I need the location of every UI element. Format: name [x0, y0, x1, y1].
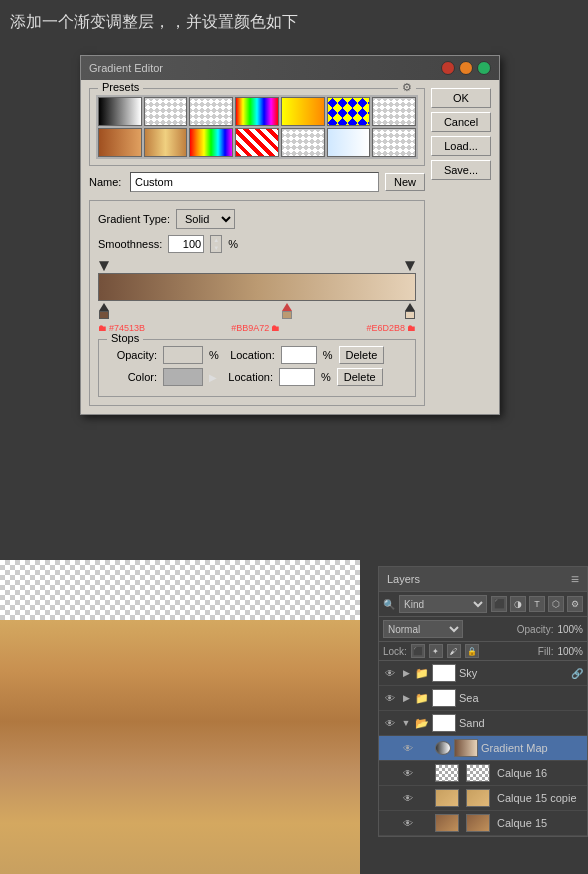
- layer-item-sand[interactable]: 👁 ▼ 📂 Sand: [379, 711, 587, 736]
- layer-thumb-sky: [432, 664, 456, 682]
- gradient-bar[interactable]: [98, 273, 416, 301]
- preset-swatch[interactable]: [281, 128, 325, 157]
- color-location-input[interactable]: [279, 368, 315, 386]
- name-row: Name: New: [89, 172, 425, 192]
- layers-menu-icon[interactable]: ≡: [571, 571, 579, 587]
- spin-up-icon[interactable]: ▲: [211, 236, 221, 244]
- fill-label: Fill:: [538, 646, 554, 657]
- layer-item-calque15c[interactable]: 👁 Calque 15 copie: [379, 786, 587, 811]
- opacity-stop-right[interactable]: [405, 261, 415, 271]
- eye-icon-sea[interactable]: 👁: [383, 691, 397, 705]
- maximize-btn[interactable]: [477, 61, 491, 75]
- opacity-stops-row: Opacity: % Location: % Delete: [107, 346, 407, 364]
- stop-label-3[interactable]: #E6D2B8 🖿: [366, 323, 416, 333]
- preset-swatch[interactable]: [281, 97, 325, 126]
- preset-swatch[interactable]: [327, 128, 371, 157]
- preset-swatch[interactable]: [98, 97, 142, 126]
- expand-icon-sea[interactable]: ▶: [400, 692, 412, 704]
- color-stop-mid[interactable]: [282, 303, 292, 311]
- minimize-btn[interactable]: [459, 61, 473, 75]
- dialog-left: Presets ⚙: [89, 88, 425, 406]
- filter-type-icon[interactable]: T: [529, 596, 545, 612]
- color-stops-row: Color: ▶ Location: % Delete: [107, 368, 407, 386]
- opacity-value[interactable]: 100%: [557, 624, 583, 635]
- preset-swatch[interactable]: [372, 97, 416, 126]
- presets-gear-icon[interactable]: ⚙: [398, 81, 416, 94]
- color-location-unit: %: [321, 371, 331, 383]
- layer-item-sky[interactable]: 👁 ▶ 📁 Sky 🔗: [379, 661, 587, 686]
- blend-mode-select[interactable]: Normal: [383, 620, 463, 638]
- color-stop-right[interactable]: [405, 303, 415, 311]
- layer-item-calque15[interactable]: 👁 Calque 15: [379, 811, 587, 836]
- preset-swatch[interactable]: [372, 128, 416, 157]
- filter-pixel-icon[interactable]: ⬛: [491, 596, 507, 612]
- opacity-delete-button[interactable]: Delete: [339, 346, 385, 364]
- eye-icon-calque15[interactable]: 👁: [401, 816, 415, 830]
- filter-shape-icon[interactable]: ⬡: [548, 596, 564, 612]
- lock-all-icon[interactable]: ⬛: [411, 644, 425, 658]
- preset-swatch[interactable]: [189, 128, 233, 157]
- layers-panel: Layers ≡ 🔍 Kind ⬛ ◑ T ⬡ ⚙ Normal Opacity…: [378, 566, 588, 837]
- stop-1-color-icon: 🖿: [98, 323, 107, 333]
- opacity-value-input[interactable]: [163, 346, 203, 364]
- load-button[interactable]: Load...: [431, 136, 491, 156]
- title-buttons: [441, 61, 491, 75]
- smoothness-row: Smoothness: 100 ▲ ▼ %: [98, 235, 416, 253]
- expand-icon-sky[interactable]: ▶: [400, 667, 412, 679]
- close-btn[interactable]: [441, 61, 455, 75]
- save-button[interactable]: Save...: [431, 160, 491, 180]
- opacity-location-input[interactable]: [281, 346, 317, 364]
- lock-transparency-icon[interactable]: 🔒: [465, 644, 479, 658]
- layer-mask-calque15c: [466, 789, 490, 807]
- spin-down-icon[interactable]: ▼: [211, 244, 221, 252]
- filter-adjust-icon[interactable]: ◑: [510, 596, 526, 612]
- gradient-editor-dialog: Gradient Editor Presets ⚙: [80, 55, 500, 415]
- layer-item-sea[interactable]: 👁 ▶ 📁 Sea: [379, 686, 587, 711]
- eye-icon-calque15c[interactable]: 👁: [401, 791, 415, 805]
- eye-icon-sand[interactable]: 👁: [383, 716, 397, 730]
- lock-pixel-icon[interactable]: 🖌: [447, 644, 461, 658]
- filter-icons-row: ⬛ ◑ T ⬡ ⚙: [491, 596, 583, 612]
- smoothness-input[interactable]: 100: [168, 235, 204, 253]
- name-input[interactable]: [130, 172, 379, 192]
- cancel-button[interactable]: Cancel: [431, 112, 491, 132]
- preset-swatch[interactable]: [189, 97, 233, 126]
- color-delete-button[interactable]: Delete: [337, 368, 383, 386]
- preset-swatch[interactable]: [327, 97, 371, 126]
- new-button[interactable]: New: [385, 173, 425, 191]
- preset-swatch[interactable]: [235, 97, 279, 126]
- folder-icon-sand: 📂: [415, 717, 429, 729]
- filter-smart-icon[interactable]: ⚙: [567, 596, 583, 612]
- preset-swatch[interactable]: [98, 128, 142, 157]
- eye-icon-sky[interactable]: 👁: [383, 666, 397, 680]
- layer-item-gradient-map[interactable]: 👁 Gradient Map: [379, 736, 587, 761]
- color-swatch[interactable]: [163, 368, 203, 386]
- expand-icon-sand[interactable]: ▼: [400, 717, 412, 729]
- smoothness-spinner[interactable]: ▲ ▼: [210, 235, 222, 253]
- opacity-stop-left[interactable]: [99, 261, 109, 271]
- filter-search-icon: 🔍: [383, 599, 395, 610]
- stop-3-color-icon: 🖿: [407, 323, 416, 333]
- eye-icon-calque16[interactable]: 👁: [401, 766, 415, 780]
- lock-position-icon[interactable]: ✦: [429, 644, 443, 658]
- layer-name-calque15c: Calque 15 copie: [497, 792, 583, 804]
- eye-icon-gradient-map[interactable]: 👁: [401, 741, 415, 755]
- preset-swatch[interactable]: [144, 97, 188, 126]
- ok-button[interactable]: OK: [431, 88, 491, 108]
- layer-thumb-calque15: [435, 814, 459, 832]
- smoothness-label: Smoothness:: [98, 238, 162, 250]
- filter-select[interactable]: Kind: [399, 595, 487, 613]
- gradient-bar-container: [98, 261, 416, 319]
- layer-name-calque15: Calque 15: [497, 817, 583, 829]
- layer-name-sky: Sky: [459, 667, 568, 679]
- layer-item-calque16[interactable]: 👁 Calque 16: [379, 761, 587, 786]
- stop-label-2[interactable]: #BB9A72 🖿: [231, 323, 280, 333]
- fill-value[interactable]: 100%: [557, 646, 583, 657]
- blend-opacity-row: Normal Opacity: 100%: [379, 617, 587, 642]
- color-stop-left[interactable]: [99, 303, 109, 311]
- preset-swatch[interactable]: [235, 128, 279, 157]
- color-arrow-icon[interactable]: ▶: [209, 372, 217, 383]
- preset-swatch[interactable]: [144, 128, 188, 157]
- gradient-type-select[interactable]: Solid Noise: [176, 209, 235, 229]
- stop-2-color-icon: 🖿: [271, 323, 280, 333]
